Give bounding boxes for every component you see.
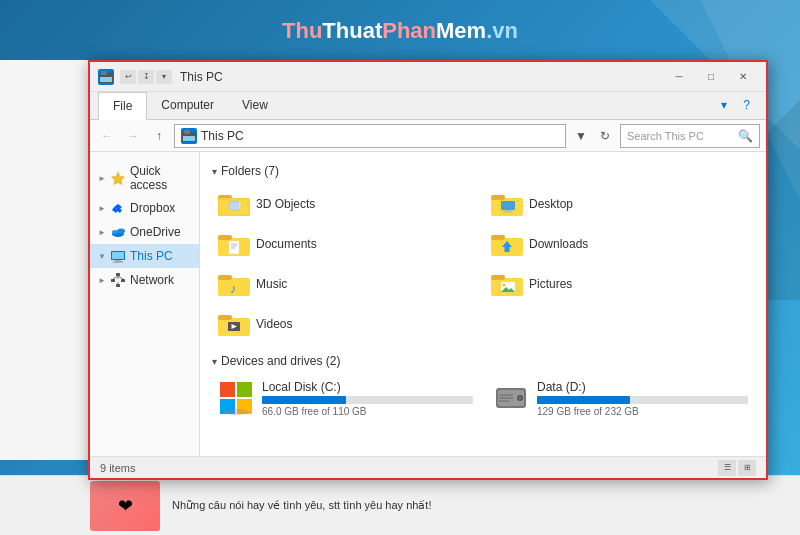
- svg-rect-22: [121, 279, 125, 282]
- svg-rect-17: [112, 252, 124, 259]
- expand-icon: ►: [98, 204, 106, 213]
- sidebar-item-network[interactable]: ► Network: [90, 268, 199, 292]
- svg-rect-23: [116, 284, 120, 287]
- quick-access-toolbar: ↩ ↧ ▾: [120, 70, 172, 84]
- computer-icon: [110, 248, 126, 264]
- svg-line-25: [113, 276, 118, 279]
- titlebar: ↩ ↧ ▾ This PC ─ □ ✕: [90, 62, 766, 92]
- folder-downloads[interactable]: Downloads: [485, 226, 754, 262]
- folder-documents[interactable]: Documents: [212, 226, 481, 262]
- address-box[interactable]: This PC: [174, 124, 566, 148]
- item-count: 9 items: [100, 462, 135, 474]
- sidebar-item-onedrive[interactable]: ► OneDrive: [90, 220, 199, 244]
- svg-rect-19: [113, 262, 123, 263]
- svg-rect-67: [220, 382, 235, 397]
- back-button[interactable]: ←: [96, 125, 118, 147]
- ribbon-tabs: File Computer View ▾ ?: [90, 92, 766, 119]
- qa-btn-dropdown[interactable]: ▾: [156, 70, 172, 84]
- search-box[interactable]: Search This PC 🔍: [620, 124, 760, 148]
- qa-btn-2[interactable]: ↧: [138, 70, 154, 84]
- ribbon: File Computer View ▾ ?: [90, 92, 766, 120]
- minimize-button[interactable]: ─: [664, 67, 694, 87]
- svg-rect-68: [237, 382, 252, 397]
- grid-view-button[interactable]: ⊞: [738, 460, 756, 476]
- ribbon-expand[interactable]: ▾: [713, 92, 735, 119]
- drive-d-free: 129 GB free of 232 GB: [537, 406, 748, 417]
- up-button[interactable]: ↑: [148, 125, 170, 147]
- expand-icon: ►: [98, 276, 106, 285]
- tab-computer[interactable]: Computer: [147, 92, 228, 119]
- ribbon-help[interactable]: ?: [735, 92, 758, 119]
- drive-data-d[interactable]: Data (D:) 129 GB free of 232 GB: [487, 376, 754, 421]
- folders-arrow: ▾: [212, 166, 217, 177]
- drive-d-info: Data (D:) 129 GB free of 232 GB: [537, 380, 748, 417]
- svg-rect-20: [116, 273, 120, 276]
- window-title: This PC: [180, 70, 664, 84]
- watermark-mem: Mem: [436, 18, 486, 43]
- statusbar: 9 items ☰ ⊞: [90, 456, 766, 478]
- svg-rect-21: [111, 279, 115, 282]
- folder-icon: [491, 270, 523, 298]
- address-text: This PC: [201, 129, 244, 143]
- view-buttons: ☰ ⊞: [718, 460, 756, 476]
- drive-local-c[interactable]: Local Disk (C:) 66.0 GB free of 110 GB: [212, 376, 479, 421]
- network-icon: [110, 272, 126, 288]
- address-bar: ← → ↑ This PC ▼ ↻ Search This PC 🔍: [90, 120, 766, 152]
- drive-d-bar-fill: [537, 396, 630, 404]
- window-icon: [98, 69, 114, 85]
- folder-label: Desktop: [529, 197, 573, 211]
- folder-music[interactable]: ♪ Music: [212, 266, 481, 302]
- forward-button[interactable]: →: [122, 125, 144, 147]
- svg-rect-57: [491, 275, 505, 280]
- nav-panel: ► Quick access ► Dropbox ►: [90, 152, 200, 456]
- sidebar-item-this-pc[interactable]: ▼ This PC: [90, 244, 199, 268]
- drives-section-header[interactable]: ▾ Devices and drives (2): [212, 354, 754, 368]
- folder-3d-objects[interactable]: 3D Objects: [212, 186, 481, 222]
- tab-view[interactable]: View: [228, 92, 282, 119]
- main-content: ▾ Folders (7) 3D Objec: [200, 152, 766, 456]
- svg-rect-63: [218, 315, 232, 320]
- folder-icon: ♪: [218, 270, 250, 298]
- svg-line-26: [118, 276, 123, 279]
- tab-file[interactable]: File: [98, 92, 147, 120]
- folder-icon: [491, 190, 523, 218]
- file-explorer-window: ↩ ↧ ▾ This PC ─ □ ✕ File Computer View ▾…: [88, 60, 768, 480]
- expand-icon: ►: [98, 228, 106, 237]
- qa-btn-1[interactable]: ↩: [120, 70, 136, 84]
- drives-title: Devices and drives (2): [221, 354, 340, 368]
- close-button[interactable]: ✕: [728, 67, 758, 87]
- folder-videos[interactable]: Videos: [212, 306, 481, 342]
- folder-desktop[interactable]: Desktop: [485, 186, 754, 222]
- svg-rect-40: [503, 212, 513, 213]
- drive-c-bar-fill: [262, 396, 346, 404]
- folders-section-header[interactable]: ▾ Folders (7): [212, 164, 754, 178]
- article-text[interactable]: Những câu nói hay về tình yêu, stt tình …: [172, 499, 431, 512]
- svg-rect-4: [101, 71, 107, 75]
- refresh-button[interactable]: ↻: [594, 125, 616, 147]
- list-view-button[interactable]: ☰: [718, 460, 736, 476]
- folder-label: Documents: [256, 237, 317, 251]
- drive-d-bar-bg: [537, 396, 748, 404]
- drive-c-bar-bg: [262, 396, 473, 404]
- window-controls: ─ □ ✕: [664, 67, 758, 87]
- svg-rect-8: [183, 136, 195, 141]
- article-thumbnail[interactable]: ❤: [90, 481, 160, 531]
- folders-title: Folders (7): [221, 164, 279, 178]
- drive-c-label: Local Disk (C:): [262, 380, 473, 394]
- dropbox-icon: [110, 200, 126, 216]
- svg-rect-32: [229, 202, 239, 210]
- expand-icon: ▼: [98, 252, 106, 261]
- folder-pictures[interactable]: Pictures: [485, 266, 754, 302]
- drive-d-label: Data (D:): [537, 380, 748, 394]
- maximize-button[interactable]: □: [696, 67, 726, 87]
- svg-rect-38: [501, 201, 515, 210]
- svg-point-60: [503, 284, 506, 287]
- dropdown-button[interactable]: ▼: [570, 125, 592, 147]
- sidebar-item-dropbox[interactable]: ► Dropbox: [90, 196, 199, 220]
- drive-icon-d: [493, 380, 529, 416]
- folder-icon: [218, 190, 250, 218]
- location-icon: [181, 128, 197, 144]
- sidebar-item-quick-access[interactable]: ► Quick access: [90, 160, 199, 196]
- folder-label: Videos: [256, 317, 292, 331]
- watermark-vn: .vn: [486, 18, 518, 43]
